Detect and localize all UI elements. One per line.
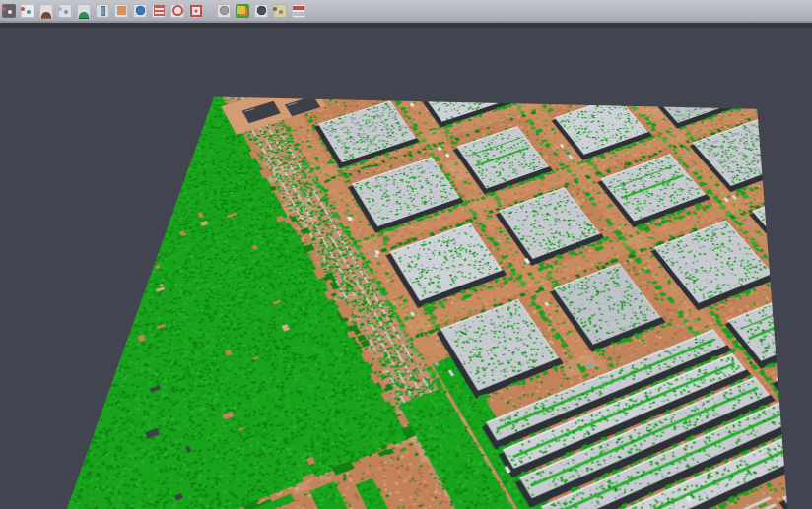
layer-list-icon-glyph [154, 5, 165, 16]
terrain-mesh-icon[interactable] [39, 4, 53, 18]
classification-colors-icon-glyph [237, 6, 245, 14]
layer-list-icon[interactable] [152, 4, 166, 18]
texture-sphere-icon-glyph [220, 6, 229, 15]
clipping-box-icon[interactable] [114, 4, 128, 18]
align-points-icon[interactable] [21, 4, 34, 18]
annotation-icon[interactable] [273, 4, 287, 18]
texture-sphere-icon[interactable] [217, 4, 231, 18]
point-cloud-render[interactable] [47, 97, 794, 509]
globe-icon[interactable] [133, 4, 147, 18]
classification-colors-icon[interactable] [236, 4, 249, 18]
globe-icon-glyph [136, 6, 145, 15]
app-window: { "window": { "background": "#42454f", "… [0, 0, 812, 509]
crop-selection-icon[interactable] [189, 4, 203, 18]
terrain-mesh-icon-glyph [41, 12, 51, 18]
point-cloud-icon[interactable] [58, 4, 72, 18]
align-points-icon-glyph [21, 7, 25, 11]
delete-clear-icon[interactable] [292, 4, 305, 18]
annotation-icon-glyph [273, 7, 277, 11]
open-project-icon-glyph [2, 7, 6, 11]
settings-gear-icon-glyph [172, 5, 183, 16]
dem-surface-icon-glyph [79, 12, 89, 18]
toolbar [0, 0, 812, 21]
cross-section-icon[interactable] [96, 4, 109, 18]
delete-clear-icon-glyph [293, 6, 304, 10]
viewport-3d[interactable] [0, 28, 812, 509]
point-cloud-icon-glyph [58, 7, 62, 11]
camera-capture-icon-glyph [257, 6, 266, 15]
settings-gear-icon[interactable] [170, 4, 184, 18]
crop-selection-icon-glyph [190, 5, 202, 17]
cross-section-icon-glyph [101, 6, 105, 16]
open-project-icon[interactable] [2, 4, 16, 18]
camera-capture-icon[interactable] [254, 4, 268, 18]
dem-surface-icon[interactable] [77, 4, 91, 18]
clipping-box-icon-glyph [117, 6, 126, 15]
